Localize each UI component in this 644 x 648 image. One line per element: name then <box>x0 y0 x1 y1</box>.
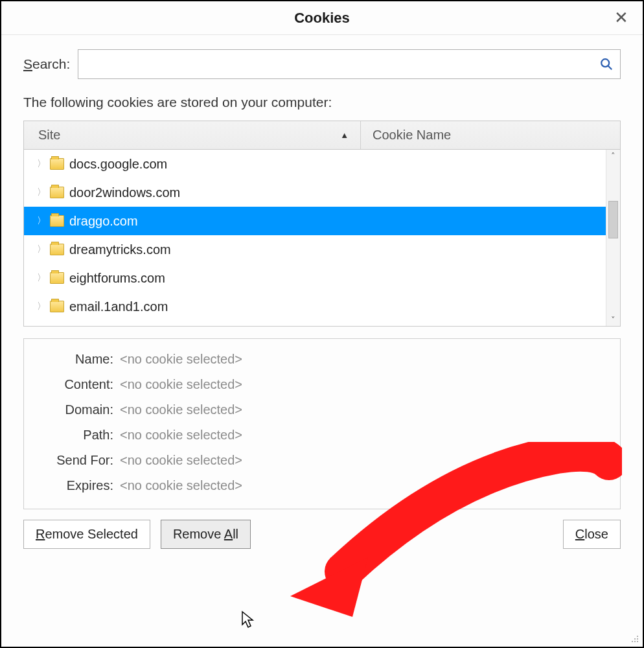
list-rows: 〉docs.google.com〉door2windows.com〉draggo… <box>24 150 606 326</box>
detail-label: Send For: <box>36 453 113 468</box>
scroll-down-icon[interactable]: ˅ <box>611 315 615 325</box>
site-name: docs.google.com <box>69 157 167 172</box>
folder-icon <box>50 187 64 198</box>
detail-value: <no cookie selected> <box>120 402 242 417</box>
site-name: email.1and1.com <box>69 299 168 314</box>
list-header: Site ▲ Cookie Name <box>24 121 620 150</box>
chevron-right-icon: 〉 <box>37 158 45 170</box>
detail-row: Expires:<no cookie selected> <box>36 473 608 498</box>
svg-point-6 <box>634 641 636 642</box>
site-row[interactable]: 〉eightforums.com <box>24 264 606 292</box>
resize-grip-icon[interactable] <box>630 634 639 643</box>
detail-row: Domain:<no cookie selected> <box>36 397 608 422</box>
cookie-list: Site ▲ Cookie Name 〉docs.google.com〉door… <box>23 121 621 327</box>
svg-point-0 <box>601 59 609 67</box>
folder-icon <box>50 301 64 312</box>
folder-icon <box>50 272 64 284</box>
detail-label: Content: <box>36 377 113 392</box>
folder-icon <box>50 158 64 170</box>
detail-value: <no cookie selected> <box>120 352 242 367</box>
dialog-title: Cookies <box>294 10 350 27</box>
svg-point-3 <box>634 638 636 640</box>
detail-value: <no cookie selected> <box>120 428 242 443</box>
site-row[interactable]: 〉dreamytricks.com <box>24 235 606 264</box>
site-row[interactable]: 〉email.1and1.com <box>24 292 606 321</box>
detail-row: Name:<no cookie selected> <box>36 347 608 372</box>
detail-row: Content:<no cookie selected> <box>36 372 608 397</box>
close-icon[interactable]: ✕ <box>609 6 634 29</box>
folder-icon <box>50 215 64 227</box>
detail-label: Path: <box>36 428 113 443</box>
svg-point-4 <box>637 638 638 640</box>
remove-all-button[interactable]: Remove All <box>161 520 251 549</box>
svg-point-5 <box>632 641 633 642</box>
intro-text: The following cookies are stored on your… <box>23 95 621 110</box>
chevron-right-icon: 〉 <box>37 187 45 198</box>
chevron-right-icon: 〉 <box>37 244 45 255</box>
titlebar: Cookies ✕ <box>1 1 643 35</box>
button-row: Remove Selected Remove All Close <box>23 520 621 549</box>
sort-indicator-icon: ▲ <box>340 130 349 140</box>
column-header-site[interactable]: Site ▲ <box>24 121 361 149</box>
detail-label: Name: <box>36 352 113 367</box>
list-body: 〉docs.google.com〉door2windows.com〉draggo… <box>24 150 620 326</box>
close-button[interactable]: Close <box>563 520 621 549</box>
detail-value: <no cookie selected> <box>120 478 242 493</box>
chevron-right-icon: 〉 <box>37 272 45 284</box>
svg-point-2 <box>637 636 638 637</box>
site-name: dreamytricks.com <box>69 242 171 257</box>
column-header-cookie-name[interactable]: Cookie Name <box>361 121 620 149</box>
dialog-body: Search: The following cookies are stored… <box>1 35 643 647</box>
scroll-up-icon[interactable]: ˄ <box>611 151 615 161</box>
chevron-right-icon: 〉 <box>37 301 45 312</box>
site-name: door2windows.com <box>69 185 180 200</box>
detail-row: Path:<no cookie selected> <box>36 422 608 448</box>
site-name: draggo.com <box>69 214 138 229</box>
scrollbar[interactable]: ˄ ˅ <box>606 150 620 326</box>
chevron-right-icon: 〉 <box>37 215 45 227</box>
svg-point-7 <box>637 641 638 642</box>
scroll-track[interactable] <box>606 161 620 315</box>
svg-line-1 <box>608 66 612 70</box>
scroll-thumb[interactable] <box>608 201 618 238</box>
site-name: eightforums.com <box>69 271 165 286</box>
site-row[interactable]: 〉draggo.com <box>24 207 606 235</box>
search-row: Search: <box>23 49 621 79</box>
detail-label: Expires: <box>36 478 113 493</box>
detail-value: <no cookie selected> <box>120 377 242 392</box>
site-row[interactable]: 〉door2windows.com <box>24 178 606 207</box>
site-row[interactable]: 〉docs.google.com <box>24 150 606 178</box>
folder-icon <box>50 244 64 255</box>
cookies-dialog: Cookies ✕ Search: The following cookies … <box>0 0 644 648</box>
search-input[interactable] <box>85 57 599 72</box>
search-label: Search: <box>23 56 70 72</box>
cookie-details: Name:<no cookie selected>Content:<no coo… <box>23 338 621 509</box>
search-box[interactable] <box>78 49 621 79</box>
remove-selected-button[interactable]: Remove Selected <box>23 520 150 549</box>
detail-value: <no cookie selected> <box>120 453 242 468</box>
detail-label: Domain: <box>36 402 113 417</box>
detail-row: Send For:<no cookie selected> <box>36 448 608 473</box>
search-icon[interactable] <box>599 57 614 71</box>
